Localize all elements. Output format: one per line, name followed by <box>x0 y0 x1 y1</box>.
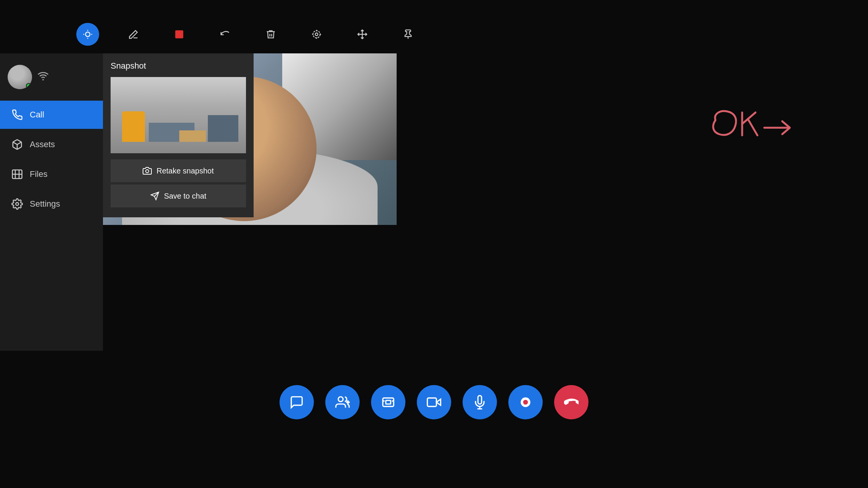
toolbar <box>76 23 420 46</box>
end-call-icon <box>564 395 579 409</box>
svg-point-7 <box>313 31 320 38</box>
sidebar-item-assets[interactable]: Assets <box>0 130 103 159</box>
video-icon <box>427 395 441 409</box>
end-call-button[interactable] <box>554 385 588 419</box>
mic-button[interactable] <box>463 385 497 419</box>
svg-point-25 <box>338 397 343 402</box>
snapshot-button[interactable] <box>371 385 405 419</box>
svg-point-6 <box>315 33 318 36</box>
avatar <box>8 65 32 89</box>
sidebar-item-call-label: Call <box>30 110 44 120</box>
record-shape-button[interactable] <box>168 23 191 46</box>
focus-button[interactable] <box>305 23 328 46</box>
camera-icon <box>143 166 152 175</box>
sidebar-item-settings[interactable]: Settings <box>0 190 103 218</box>
cursor-tool-button[interactable] <box>76 23 99 46</box>
send-icon <box>150 191 159 201</box>
mic-icon <box>473 395 487 409</box>
participants-button[interactable] <box>325 385 360 419</box>
sidebar-item-files-label: Files <box>30 169 47 179</box>
svg-marker-32 <box>436 399 440 405</box>
snapshot-image <box>111 77 246 153</box>
record-icon <box>518 395 533 409</box>
sidebar-item-call[interactable]: Call <box>0 101 103 129</box>
retake-snapshot-label: Retake snapshot <box>156 167 214 175</box>
video-button[interactable] <box>417 385 451 419</box>
svg-point-22 <box>146 170 149 173</box>
sidebar-item-settings-label: Settings <box>30 199 60 209</box>
save-to-chat-button[interactable]: Save to chat <box>111 185 246 207</box>
pin-button[interactable] <box>397 23 420 46</box>
sidebar-profile <box>0 61 103 93</box>
chat-icon <box>289 395 304 409</box>
snapshot-icon <box>381 395 395 409</box>
sidebar-item-assets-label: Assets <box>30 140 55 149</box>
svg-rect-5 <box>175 30 183 39</box>
svg-point-37 <box>523 400 528 405</box>
svg-point-21 <box>16 202 19 205</box>
snapshot-title: Snapshot <box>111 61 246 71</box>
save-to-chat-label: Save to chat <box>164 192 206 201</box>
svg-rect-28 <box>383 398 394 406</box>
annotation-ok <box>708 107 792 158</box>
sidebar: Call Assets Files <box>0 53 103 351</box>
participants-icon <box>335 395 350 409</box>
connection-icon <box>37 70 49 84</box>
snapshot-panel: Snapshot Retake snapshot Save to chat <box>103 53 254 217</box>
call-controls <box>0 385 868 419</box>
sidebar-nav: Call Assets Files <box>0 101 103 218</box>
retake-snapshot-button[interactable]: Retake snapshot <box>111 159 246 182</box>
pen-tool-button[interactable] <box>122 23 145 46</box>
chat-button[interactable] <box>280 385 314 419</box>
undo-button[interactable] <box>214 23 236 46</box>
record-button[interactable] <box>508 385 543 419</box>
sidebar-item-files[interactable]: Files <box>0 160 103 188</box>
online-badge <box>26 83 31 88</box>
delete-button[interactable] <box>259 23 282 46</box>
move-button[interactable] <box>351 23 374 46</box>
svg-rect-29 <box>386 400 391 404</box>
svg-rect-33 <box>428 398 437 406</box>
svg-point-0 <box>85 32 90 37</box>
